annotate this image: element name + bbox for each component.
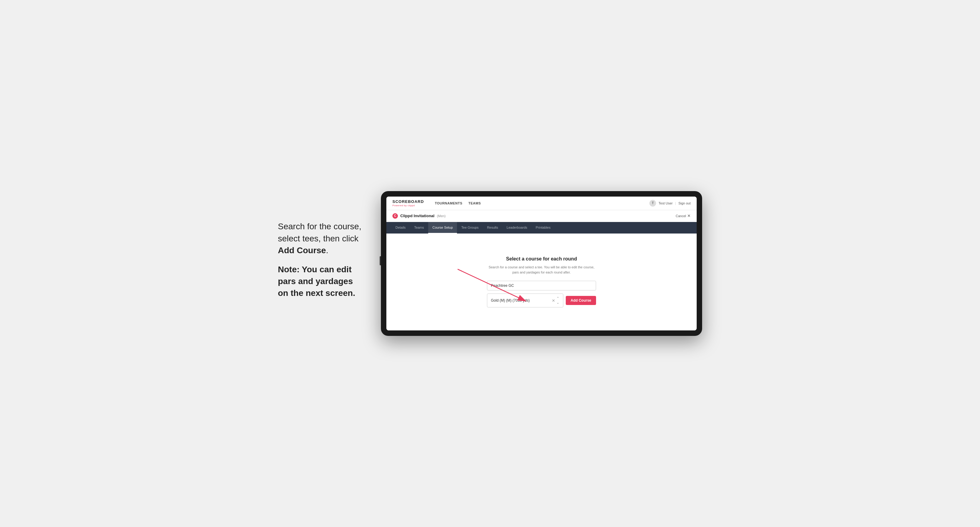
tournament-title: C Clippd Invitational (Men)	[393, 213, 445, 219]
course-search-input[interactable]	[487, 281, 596, 290]
cancel-label: Cancel	[676, 214, 686, 218]
tee-select-value: Gold (M) (M) (7010 yds)	[491, 298, 530, 303]
top-nav: SCOREBOARD Powered by clippd TOURNAMENTS…	[387, 197, 697, 210]
tab-details[interactable]: Details	[391, 222, 410, 233]
logo-area: SCOREBOARD Powered by clippd TOURNAMENTS…	[393, 200, 481, 206]
user-avatar: T	[649, 200, 656, 206]
tee-select-controls: ✕ ⌃⌄	[552, 296, 559, 305]
nav-link-tournaments[interactable]: TOURNAMENTS	[435, 202, 463, 205]
tablet-frame: SCOREBOARD Powered by clippd TOURNAMENTS…	[381, 191, 702, 336]
tab-printables[interactable]: Printables	[531, 222, 555, 233]
tablet-side-button	[380, 256, 381, 265]
annotation-bold-1: Add Course	[278, 246, 326, 255]
add-course-button[interactable]: Add Course	[566, 296, 596, 305]
course-select-section: Select a course for each round Search fo…	[487, 256, 596, 307]
section-description: Search for a course and select a tee. Yo…	[487, 265, 596, 275]
tab-course-setup[interactable]: Course Setup	[428, 222, 457, 233]
sign-out-link[interactable]: Sign out	[678, 202, 690, 205]
annotation-text-1: Search for the course, select tees, then…	[278, 221, 363, 256]
logo-text: SCOREBOARD	[393, 200, 424, 204]
user-label: Test User	[659, 202, 673, 205]
top-nav-links: TOURNAMENTS TEAMS	[435, 202, 481, 205]
user-area: T Test User | Sign out	[649, 200, 690, 206]
annotation-text-2: Note: You can edit pars and yardages on …	[278, 264, 363, 299]
cancel-x-icon: ✕	[687, 214, 690, 218]
logo: SCOREBOARD Powered by clippd	[393, 200, 424, 206]
divider: |	[675, 202, 676, 205]
annotation-bold-2: Note: You can edit pars and yardages on …	[278, 265, 355, 298]
tab-nav: Details Teams Course Setup Tee Groups Re…	[387, 222, 697, 233]
tab-teams[interactable]: Teams	[410, 222, 428, 233]
nav-link-teams[interactable]: TEAMS	[468, 202, 481, 205]
tee-select-field[interactable]: Gold (M) (M) (7010 yds) ✕ ⌃⌄	[487, 294, 563, 307]
tee-arrow-icon[interactable]: ⌃⌄	[556, 296, 559, 305]
tab-results[interactable]: Results	[483, 222, 503, 233]
section-title: Select a course for each round	[487, 256, 596, 262]
tournament-header: C Clippd Invitational (Men) Cancel ✕	[387, 210, 697, 222]
tee-clear-button[interactable]: ✕	[552, 298, 555, 303]
logo-sub: Powered by clippd	[393, 204, 424, 207]
page-container: Search for the course, select tees, then…	[278, 191, 702, 336]
tee-select-row: Gold (M) (M) (7010 yds) ✕ ⌃⌄ Add Course	[487, 294, 596, 307]
cancel-button[interactable]: Cancel ✕	[676, 214, 690, 218]
tab-leaderboards[interactable]: Leaderboards	[503, 222, 531, 233]
main-content: Select a course for each round Search fo…	[387, 233, 697, 330]
annotation-panel: Search for the course, select tees, then…	[278, 221, 363, 306]
tab-tee-groups[interactable]: Tee Groups	[457, 222, 483, 233]
tournament-subtitle: (Men)	[437, 214, 446, 218]
tournament-icon: C	[393, 213, 398, 219]
tournament-name: Clippd Invitational	[400, 214, 434, 218]
tablet-screen: SCOREBOARD Powered by clippd TOURNAMENTS…	[387, 197, 697, 330]
